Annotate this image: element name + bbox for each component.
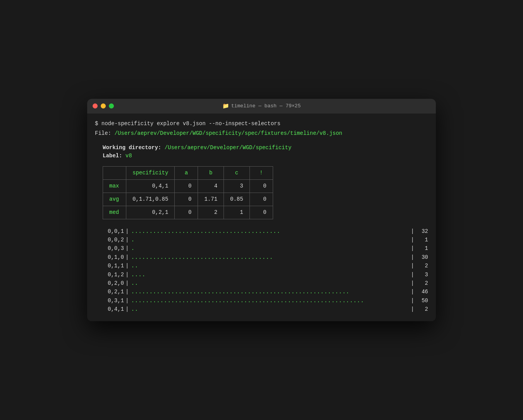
- row-bang: 0: [249, 179, 273, 193]
- info-block: Working directory: /Users/aeprev/Develop…: [103, 144, 428, 160]
- hist-pipe: |: [126, 305, 129, 313]
- hist-key: 0,1,0: [103, 253, 124, 262]
- hist-pipe2: |: [411, 236, 414, 244]
- hist-count: 30: [416, 253, 428, 262]
- row-specificity: 0,2,1: [126, 206, 175, 219]
- row-b: 4: [198, 179, 224, 193]
- hist-row: 0,2,0 | .. | 2: [103, 279, 428, 287]
- hist-pipe: |: [126, 270, 129, 279]
- file-path: /Users/aeprev/Developer/WGD/specificity/…: [114, 130, 342, 136]
- hist-key: 0,2,0: [103, 279, 124, 287]
- hist-count: 3: [416, 270, 428, 279]
- working-dir-value: /Users/aeprev/Developer/WGD/specificity: [165, 145, 292, 151]
- terminal-body: $ node-specificity explore v8.json --no-…: [87, 114, 436, 322]
- hist-pipe: |: [126, 262, 129, 270]
- hist-dots: ........................................…: [131, 227, 408, 236]
- hist-pipe2: |: [411, 227, 414, 236]
- hist-pipe: |: [126, 244, 129, 253]
- hist-dots: ....: [131, 270, 408, 279]
- hist-row: 0,0,2 | . | 1: [103, 236, 428, 244]
- row-specificity: 0,1.71,0.85: [126, 193, 175, 206]
- hist-key: 0,4,1: [103, 305, 124, 313]
- hist-dots: ..: [131, 262, 408, 270]
- hist-row: 0,1,0 | ................................…: [103, 253, 428, 262]
- hist-key: 0,1,2: [103, 270, 124, 279]
- hist-count: 46: [416, 287, 428, 296]
- hist-row: 0,0,1 | ................................…: [103, 227, 428, 236]
- header-empty: [103, 166, 126, 179]
- row-a: 0: [175, 193, 198, 206]
- row-a: 0: [175, 206, 198, 219]
- hist-count: 2: [416, 262, 428, 270]
- title-text: timeline — bash — 79×25: [231, 103, 301, 109]
- histogram: 0,0,1 | ................................…: [103, 227, 428, 314]
- hist-count: 1: [416, 236, 428, 244]
- hist-row: 0,1,1 | .. | 2: [103, 262, 428, 270]
- hist-key: 0,1,1: [103, 262, 124, 270]
- file-label: File:: [95, 130, 111, 136]
- terminal-window: 📁 timeline — bash — 79×25 $ node-specifi…: [87, 99, 436, 322]
- label-key: Label:: [103, 153, 122, 159]
- hist-pipe: |: [126, 279, 129, 287]
- hist-key: 0,2,1: [103, 287, 124, 296]
- row-bang: 0: [249, 206, 273, 219]
- hist-dots: .: [131, 236, 408, 244]
- table-row: max 0,4,1 0 4 3 0: [103, 179, 273, 193]
- traffic-lights: [93, 103, 114, 108]
- hist-count: 32: [416, 227, 428, 236]
- header-c: c: [224, 166, 250, 179]
- hist-count: 2: [416, 279, 428, 287]
- hist-pipe2: |: [411, 287, 414, 296]
- header-a: a: [175, 166, 198, 179]
- hist-pipe2: |: [411, 270, 414, 279]
- window-title: 📁 timeline — bash — 79×25: [222, 103, 301, 109]
- command-line: $ node-specificity explore v8.json --no-…: [95, 120, 428, 128]
- hist-row: 0,1,2 | .... | 3: [103, 270, 428, 279]
- hist-dots: ........................................…: [131, 287, 408, 296]
- stats-table-container: specificity a b c ! max 0,4,1 0 4 3 0 av…: [103, 166, 428, 219]
- hist-row: 0,0,3 | . | 1: [103, 244, 428, 253]
- hist-dots: ..: [131, 279, 408, 287]
- hist-dots: ........................................…: [131, 296, 408, 305]
- hist-row: 0,4,1 | .. | 2: [103, 305, 428, 313]
- row-bang: 0: [249, 193, 273, 206]
- hist-count: 2: [416, 305, 428, 313]
- hist-pipe: |: [126, 296, 129, 305]
- row-label: max: [103, 179, 126, 193]
- hist-count: 50: [416, 296, 428, 305]
- row-c: 1: [224, 206, 250, 219]
- hist-pipe2: |: [411, 253, 414, 262]
- folder-icon: 📁: [222, 103, 229, 109]
- header-b: b: [198, 166, 224, 179]
- table-header-row: specificity a b c !: [103, 166, 273, 179]
- label-line: Label: v8: [103, 152, 428, 160]
- hist-pipe2: |: [411, 296, 414, 305]
- row-label: avg: [103, 193, 126, 206]
- minimize-button[interactable]: [101, 103, 106, 108]
- hist-key: 0,3,1: [103, 296, 124, 305]
- hist-key: 0,0,3: [103, 244, 124, 253]
- hist-pipe2: |: [411, 262, 414, 270]
- hist-pipe: |: [126, 287, 129, 296]
- header-bang: !: [249, 166, 273, 179]
- close-button[interactable]: [93, 103, 98, 108]
- titlebar: 📁 timeline — bash — 79×25: [87, 99, 436, 114]
- hist-count: 1: [416, 244, 428, 253]
- hist-key: 0,0,2: [103, 236, 124, 244]
- label-value: v8: [126, 153, 132, 159]
- working-dir-line: Working directory: /Users/aeprev/Develop…: [103, 144, 428, 152]
- hist-dots: .: [131, 244, 408, 253]
- hist-row: 0,2,1 | ................................…: [103, 287, 428, 296]
- hist-pipe2: |: [411, 244, 414, 253]
- table-row: avg 0,1.71,0.85 0 1.71 0.85 0: [103, 193, 273, 206]
- maximize-button[interactable]: [109, 103, 114, 108]
- table-row: med 0,2,1 0 2 1 0: [103, 206, 273, 219]
- row-c: 0.85: [224, 193, 250, 206]
- command-text: $ node-specificity explore v8.json --no-…: [95, 120, 280, 127]
- hist-pipe: |: [126, 236, 129, 244]
- row-b: 2: [198, 206, 224, 219]
- hist-pipe: |: [126, 227, 129, 236]
- file-line: File: /Users/aeprev/Developer/WGD/specif…: [95, 129, 428, 138]
- hist-pipe2: |: [411, 279, 414, 287]
- row-c: 3: [224, 179, 250, 193]
